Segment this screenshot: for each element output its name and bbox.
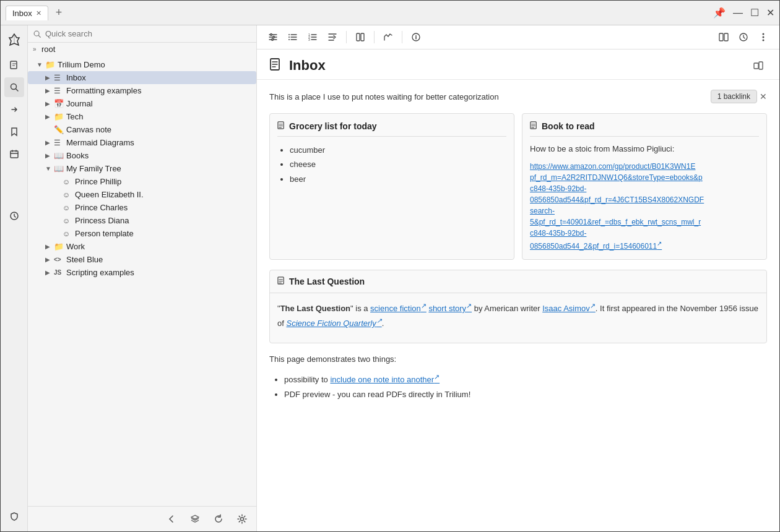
- sidebar-item-tech[interactable]: ▶ 📁 Tech: [28, 110, 256, 123]
- include-note-link[interactable]: include one note into another↗: [330, 375, 440, 384]
- note-cards-row: Grocery list for today cucumber cheese b…: [269, 113, 767, 260]
- pin-button[interactable]: 📌: [713, 8, 726, 18]
- person-icon: ☺: [63, 178, 72, 186]
- person-icon: ☺: [63, 217, 72, 225]
- history-button[interactable]: [735, 29, 752, 45]
- note-header: Inbox: [257, 49, 779, 80]
- grocery-item-1: cucumber: [290, 143, 506, 157]
- bookmarks-icon[interactable]: [4, 122, 24, 142]
- backlink-button[interactable]: 1 backlink: [711, 90, 757, 103]
- science-fiction-link[interactable]: science fiction↗: [370, 304, 427, 313]
- main-area: » root ▼ 📁 Trilium Demo ▶ ☰ Inbox: [1, 25, 779, 531]
- book-card: Book to read How to be a stoic from Mass…: [522, 113, 767, 260]
- app-logo: [4, 30, 24, 50]
- svg-point-6: [271, 34, 272, 36]
- inbox-tab[interactable]: Inbox ✕: [6, 6, 48, 20]
- sidebar-item-formatting[interactable]: ▶ ☰ Formatting examples: [28, 84, 256, 97]
- title-bar: Inbox ✕ + 📌 — ☐ ✕: [1, 1, 779, 25]
- minimize-button[interactable]: —: [733, 8, 743, 18]
- search-bar: [28, 25, 256, 43]
- indent-button[interactable]: [324, 29, 341, 45]
- root-item[interactable]: » root: [28, 43, 256, 56]
- person-icon: ☺: [63, 191, 72, 199]
- footer-item-2: PDF preview - you can read PDFs directly…: [284, 387, 767, 401]
- calendar-icon[interactable]: [4, 144, 24, 164]
- chart-button[interactable]: [379, 29, 397, 45]
- protected-icon[interactable]: [4, 507, 24, 526]
- note-content: This is a place I use to put notes waiti…: [257, 80, 779, 531]
- settings-button[interactable]: [233, 510, 251, 528]
- sidebar-item-inbox[interactable]: ▶ ☰ Inbox: [28, 71, 256, 84]
- last-question-body: "The Last Question" is a science fiction…: [270, 293, 766, 343]
- backlink-section: 1 backlink ✕: [711, 90, 767, 103]
- sidebar-item-queen-elizabeth[interactable]: ☺ Queen Elizabeth II.: [28, 188, 256, 201]
- app-window: Inbox ✕ + 📌 — ☐ ✕: [0, 0, 780, 532]
- search-icon[interactable]: [4, 77, 24, 97]
- svg-rect-25: [754, 63, 758, 69]
- recent-notes-icon[interactable]: [4, 206, 24, 226]
- format-sliders-button[interactable]: [264, 29, 282, 45]
- svg-point-5: [241, 518, 244, 521]
- grocery-title-text: Grocery list for today: [289, 121, 377, 131]
- sidebar-item-steel-blue[interactable]: ▶ <> Steel Blue: [28, 253, 256, 266]
- folder-icon: 📁: [54, 112, 64, 121]
- svg-point-7: [273, 36, 275, 38]
- expand-view-button[interactable]: [750, 57, 767, 74]
- script-icon: JS: [54, 269, 64, 276]
- info-button[interactable]: [407, 29, 425, 45]
- grocery-item-3: beer: [290, 172, 506, 186]
- search-input[interactable]: [45, 29, 251, 38]
- new-note-icon[interactable]: [4, 55, 24, 75]
- svg-point-23: [763, 40, 765, 41]
- layers-button[interactable]: [186, 510, 204, 528]
- sidebar-item-prince-phillip[interactable]: ☺ Prince Phillip: [28, 175, 256, 188]
- sidebar-tree: » root ▼ 📁 Trilium Demo ▶ ☰ Inbox: [28, 25, 257, 531]
- svg-point-8: [272, 39, 274, 41]
- sidebar-item-work[interactable]: ▶ 📁 Work: [28, 240, 256, 253]
- split-view-button[interactable]: [715, 29, 732, 45]
- last-question-icon: [277, 277, 285, 286]
- sidebar-item-prince-charles[interactable]: ☺ Prince Charles: [28, 201, 256, 214]
- svg-point-21: [763, 33, 765, 35]
- sidebar-item-mermaid[interactable]: ▶ ☰ Mermaid Diagrams: [28, 136, 256, 149]
- folder-icon: 📁: [54, 242, 64, 251]
- maximize-button[interactable]: ☐: [750, 8, 759, 18]
- sidebar-item-trilium-demo[interactable]: ▼ 📁 Trilium Demo: [28, 58, 256, 71]
- note-icon: ☰: [54, 74, 64, 82]
- grocery-item-2: cheese: [290, 157, 506, 171]
- sidebar-item-journal[interactable]: ▶ 📅 Journal: [28, 97, 256, 110]
- canvas-icon: ✏️: [54, 125, 64, 134]
- journal-icon: 📅: [54, 99, 64, 108]
- note-title: Inbox: [289, 58, 750, 74]
- refresh-button[interactable]: [209, 510, 228, 528]
- close-button[interactable]: ✕: [766, 8, 774, 18]
- amazon-link[interactable]: https://www.amazon.com/gp/product/B01K3W…: [530, 161, 759, 252]
- sidebar-item-family-tree[interactable]: ▼ 📖 My Family Tree: [28, 162, 256, 175]
- new-tab-button[interactable]: +: [52, 6, 66, 19]
- svg-rect-19: [724, 33, 728, 41]
- tab-close-icon[interactable]: ✕: [36, 10, 41, 17]
- grocery-list: cucumber cheese beer: [277, 143, 506, 186]
- quick-jump-icon[interactable]: [4, 100, 24, 119]
- toolbar-separator-2: [374, 31, 375, 43]
- backlink-close-icon[interactable]: ✕: [760, 92, 767, 101]
- footer-item-1: possibility to include one note into ano…: [284, 371, 767, 387]
- short-story-link[interactable]: short story↗: [428, 304, 472, 313]
- asimov-link[interactable]: Isaac Asimov↗: [542, 304, 596, 313]
- sidebar-item-princess-diana[interactable]: ☺ Princess Diana: [28, 214, 256, 227]
- more-options-button[interactable]: [755, 29, 772, 45]
- grocery-card-title: Grocery list for today: [277, 121, 506, 137]
- last-question-section: The Last Question "The Last Question" is…: [269, 270, 767, 343]
- note-description: This is a place I use to put notes waiti…: [269, 90, 767, 103]
- sidebar-item-canvas[interactable]: ✏️ Canvas note: [28, 123, 256, 136]
- svg-point-10: [288, 36, 290, 38]
- sidebar-item-person-template[interactable]: ☺ Person template: [28, 227, 256, 240]
- svg-point-9: [288, 34, 290, 35]
- book-view-button[interactable]: [352, 29, 369, 45]
- sfq-link[interactable]: Science Fiction Quarterly↗: [286, 319, 381, 328]
- collapse-sidebar-button[interactable]: [162, 510, 181, 528]
- ordered-list-button[interactable]: 123: [304, 29, 321, 45]
- bullet-list-button[interactable]: [284, 29, 301, 45]
- sidebar-item-books[interactable]: ▶ 📖 Books: [28, 149, 256, 162]
- sidebar-item-scripting[interactable]: ▶ JS Scripting examples: [28, 266, 256, 279]
